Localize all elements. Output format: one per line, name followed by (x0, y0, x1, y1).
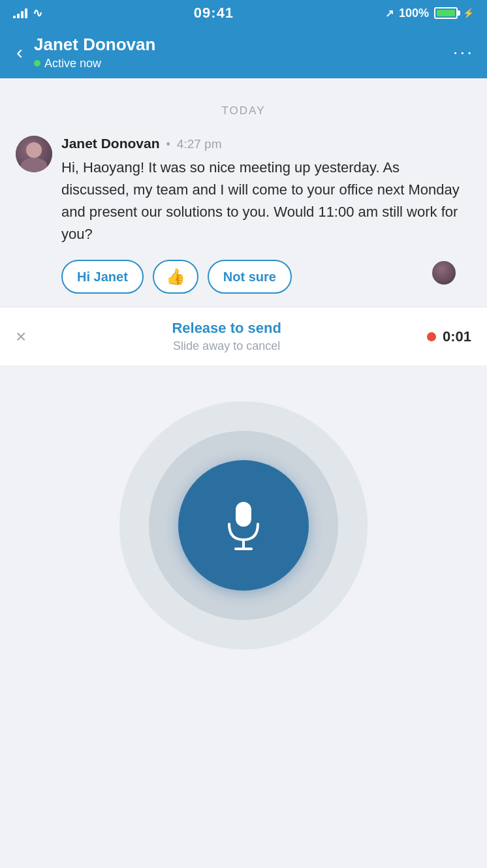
message-content: Janet Donovan • 4:27 pm Hi, Haoyang! It … (61, 136, 471, 245)
header-left: ‹ Janet Donovan Active now (13, 35, 155, 70)
battery-icon (434, 7, 458, 19)
recording-dot-icon (427, 332, 436, 341)
contact-name: Janet Donovan (34, 35, 155, 55)
recording-timer: 0:01 (427, 328, 471, 345)
message-text: Hi, Haoyang! It was so nice meeting up y… (61, 157, 471, 245)
battery-percent: 100% (399, 7, 429, 20)
message-row: Janet Donovan • 4:27 pm Hi, Haoyang! It … (16, 136, 471, 245)
chat-area: TODAY Janet Donovan • 4:27 pm Hi, Haoyan… (0, 78, 487, 307)
quick-reply-not-sure[interactable]: Not sure (208, 260, 292, 294)
chat-header: ‹ Janet Donovan Active now ··· (0, 26, 487, 78)
message-dot: • (166, 138, 170, 151)
date-divider: TODAY (16, 104, 471, 117)
location-icon: ↗ (385, 7, 394, 20)
sender-name: Janet Donovan (61, 136, 160, 151)
wifi-icon: ∿ (33, 6, 42, 20)
cancel-recording-button[interactable]: × (16, 326, 26, 347)
microphone-icon (217, 499, 270, 551)
slide-to-cancel-text: Slide away to cancel (172, 339, 281, 353)
recording-center: Release to send Slide away to cancel (172, 320, 281, 353)
back-button[interactable]: ‹ (13, 39, 26, 65)
quick-reply-thumbs-up[interactable]: 👍 (153, 260, 198, 294)
status-bar: ∿ 09:41 ↗ 100% ⚡ (0, 0, 487, 26)
contact-status: Active now (34, 57, 155, 70)
message-group: Janet Donovan • 4:27 pm Hi, Haoyang! It … (16, 136, 471, 245)
signal-bars-icon (13, 8, 27, 18)
mic-middle-ring (149, 431, 338, 620)
header-info: Janet Donovan Active now (34, 35, 155, 70)
timer-display: 0:01 (443, 328, 471, 345)
mic-outer-ring (119, 401, 368, 649)
message-time: 4:27 pm (177, 137, 222, 151)
mic-button[interactable] (178, 460, 309, 591)
release-to-send-text: Release to send (172, 320, 281, 337)
quick-replies: Hi Janet 👍 Not sure (61, 260, 471, 294)
active-status-text: Active now (44, 57, 101, 70)
message-meta: Janet Donovan • 4:27 pm (61, 136, 471, 151)
status-right: ↗ 100% ⚡ (385, 7, 474, 20)
svg-rect-0 (236, 502, 251, 527)
mic-area (0, 365, 487, 685)
recording-bar: × Release to send Slide away to cancel 0… (0, 307, 487, 365)
charging-icon: ⚡ (463, 8, 474, 18)
status-left: ∿ (13, 6, 42, 20)
sender-avatar (16, 136, 52, 172)
active-status-dot (34, 60, 40, 67)
more-options-button[interactable]: ··· (453, 42, 474, 63)
quick-reply-hi-janet[interactable]: Hi Janet (61, 260, 144, 294)
status-time: 09:41 (194, 5, 234, 22)
